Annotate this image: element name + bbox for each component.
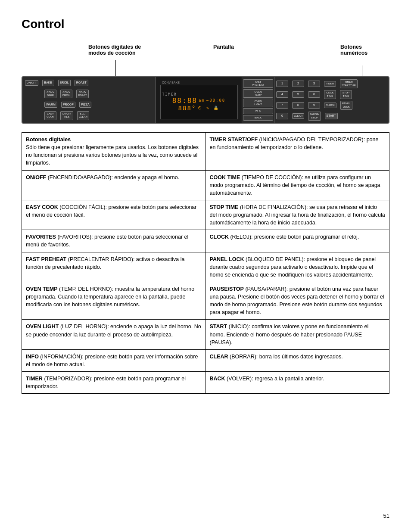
btn-oven-temp[interactable]: OVENTEMP: [243, 89, 273, 98]
btn-oven-light[interactable]: OVENLIGHT: [243, 99, 273, 107]
right-row-2: 4 5 6 COOKTIME STOPTIME: [276, 90, 387, 99]
right-row-3: 7 8 9 CLOCK PANELLOCK: [276, 101, 387, 109]
btn-6[interactable]: 6: [308, 91, 320, 97]
btn-cook-time[interactable]: COOKTIME: [324, 90, 336, 99]
fast-preheat-cell: FAST PREHEAT (PRECALENTAR RÁPIDO): activ…: [22, 252, 206, 282]
start-term: START: [210, 324, 227, 330]
pause-stop-cell: PAUSE/STOP (PAUSA/PARAR): presione el bo…: [206, 282, 389, 320]
btn-panel-lock[interactable]: PANELLOCK: [340, 101, 352, 109]
panel-display: CONV BAKE TIMER 88:88 am →88:88 888° ⏱ ✎…: [156, 77, 242, 123]
display-am: am: [199, 98, 205, 103]
back-term: BACK: [210, 376, 225, 382]
panel-row-4: EASYCOOK FAVOR-ITES SELFCLEAN: [25, 111, 153, 120]
easy-cook-term: EASY COOK: [26, 204, 58, 210]
btn-timer[interactable]: TIMER: [324, 81, 336, 87]
right-row-1: 1 2 3 TIMER TIMERSTART/OFF: [276, 79, 387, 88]
btn-1[interactable]: 1: [276, 81, 288, 87]
left-header-label: Botones digitales: [26, 137, 71, 143]
clear-desc: (BORRAR): borra los últimos datos ingres…: [230, 354, 343, 360]
btn-stop-time[interactable]: STOPTIME: [340, 90, 352, 99]
fast-preheat-term: FAST PREHEAT: [26, 256, 66, 262]
btn-pizza[interactable]: PIZZA: [79, 102, 91, 108]
btn-pause-stop[interactable]: PAUSE/STOP: [308, 112, 321, 120]
btn-9[interactable]: 9: [308, 102, 320, 108]
display-arrow-time: →88:88: [206, 98, 226, 103]
vline-digital: [115, 60, 116, 76]
panel-lock-cell: PANEL LOCK (BLOQUEO DE PANEL): presione …: [206, 252, 389, 282]
left-header-desc: Sólo tiene que presionar ligeramente par…: [26, 144, 199, 166]
info-desc: (INFORMACIÓN): presione este botón para …: [26, 354, 198, 367]
btn-onoff[interactable]: ON/OFF: [25, 80, 38, 86]
back-desc: (VOLVER): regresa a la pantalla anterior…: [227, 376, 324, 382]
favorites-cell: FAVORITES (FAVORITOS): presione este bot…: [22, 230, 206, 252]
timer-desc: (TEMPORIZADOR): presione este botón para…: [26, 376, 186, 389]
left-header-cell: Botones digitales Sólo tiene que presion…: [22, 133, 206, 171]
btn-0[interactable]: 0: [276, 113, 288, 119]
onoff-term: ON/OFF: [26, 174, 46, 180]
oven-temp-term: OVEN TEMP: [26, 286, 58, 292]
clock-desc: (RELOJ): presione este botón para progra…: [230, 234, 359, 240]
btn-easy-cook[interactable]: EASYCOOK: [44, 111, 56, 120]
btn-bake[interactable]: BAKE: [42, 80, 54, 86]
btn-3[interactable]: 3: [308, 81, 320, 87]
btn-clock[interactable]: CLOCK: [324, 103, 336, 108]
btn-clear[interactable]: CLEAR: [292, 113, 304, 119]
btn-conv-broil[interactable]: CONVBROIL: [60, 90, 72, 98]
btn-start[interactable]: START: [325, 113, 338, 119]
display-main-time: 88:88: [172, 96, 197, 105]
vline-pantalla: [223, 65, 223, 76]
btn-5[interactable]: 5: [292, 91, 304, 97]
vline-numericos: [362, 65, 362, 76]
btn-2[interactable]: 2: [292, 81, 304, 87]
btn-back[interactable]: BACK: [243, 115, 273, 121]
pause-stop-term: PAUSE/STOP: [210, 286, 244, 292]
btn-timer-start-off[interactable]: TIMERSTART/OFF: [340, 79, 358, 88]
clock-term: CLOCK: [210, 234, 229, 240]
diagram-section: Botones digitales de modos de cocción Pa…: [22, 44, 389, 124]
page-title: Control: [22, 17, 389, 31]
back-cell: BACK (VOLVER): regresa a la pantalla ant…: [206, 372, 389, 394]
btn-info[interactable]: INFO: [243, 108, 273, 114]
label-pantalla: Pantalla: [213, 44, 234, 50]
timer-startoff-paren: (INICIO/APAGADO DEL TEMPORIZADOR):: [259, 137, 367, 143]
btn-roast[interactable]: ROAST: [75, 80, 88, 86]
panel-row-3: WARM PROOF PIZZA: [25, 102, 153, 108]
btn-conv-roast[interactable]: CONVROAST: [76, 90, 89, 98]
btn-proof[interactable]: PROOF: [61, 102, 75, 108]
page-number: 51: [383, 513, 389, 519]
favorites-term: FAVORITES: [26, 234, 56, 240]
btn-8[interactable]: 8: [292, 102, 304, 108]
oven-light-term: OVEN LIGHT: [26, 324, 59, 330]
panel-row-1: ON/OFF BAKE BROIL ROAST: [25, 80, 153, 86]
btn-broil[interactable]: BROIL: [58, 80, 71, 86]
cook-time-term: COOK TIME: [210, 174, 240, 180]
btn-7[interactable]: 7: [276, 102, 288, 108]
panel-left: ON/OFF BAKE BROIL ROAST CONVBAKE CONVBRO…: [22, 77, 156, 123]
descriptions-table: Botones digitales Sólo tiene que presion…: [22, 132, 389, 394]
display-temp: 888°: [178, 105, 196, 112]
btn-conv-bake[interactable]: CONVBAKE: [44, 90, 56, 98]
display-screen: TIMER 88:88 am →88:88 888° ⏱ ✎ 🔒: [160, 85, 238, 119]
oven-light-cell: OVEN LIGHT (LUZ DEL HORNO): enciende o a…: [22, 320, 206, 349]
btn-favorites[interactable]: FAVOR-ITES: [60, 111, 73, 120]
clear-term: CLEAR: [210, 354, 228, 360]
panel-right: 1 2 3 TIMER TIMERSTART/OFF 4 5 6 COOKTIM…: [274, 77, 389, 123]
stop-time-cell: STOP TIME (HORA DE FINALIZACIÓN): se usa…: [206, 200, 389, 230]
info-cell: INFO (INFORMACIÓN): presione este botón …: [22, 349, 206, 371]
panel-lock-term: PANEL LOCK: [210, 256, 244, 262]
info-term: INFO: [26, 354, 39, 360]
cook-time-cell: COOK TIME (TIEMPO DE COCCIÓN): se utiliz…: [206, 170, 389, 200]
clock-cell: CLOCK (RELOJ): presione este botón para …: [206, 230, 389, 252]
label-arrow-container: Botones digitales de modos de cocción Pa…: [22, 44, 389, 76]
label-digital-buttons: Botones digitales de modos de cocción: [88, 44, 141, 56]
label-numericos: Botones numéricos: [340, 44, 389, 56]
btn-4[interactable]: 4: [276, 91, 288, 97]
right-row-4: 0 CLEAR PAUSE/STOP START: [276, 112, 387, 120]
btn-fast-preheat[interactable]: FASTPREHEAT: [243, 79, 273, 88]
right-header-cell: TIMER START/OFF (INICIO/APAGADO DEL TEMP…: [206, 133, 389, 171]
btn-warm[interactable]: WARM: [44, 102, 57, 108]
oven-temp-cell: OVEN TEMP (TEMP. DEL HORNO): muestra la …: [22, 282, 206, 320]
conv-bake-label: CONV BAKE: [158, 81, 180, 84]
timer-startoff-term: TIMER START/OFF: [210, 137, 258, 143]
btn-self-clean[interactable]: SELFCLEAN: [77, 111, 89, 120]
